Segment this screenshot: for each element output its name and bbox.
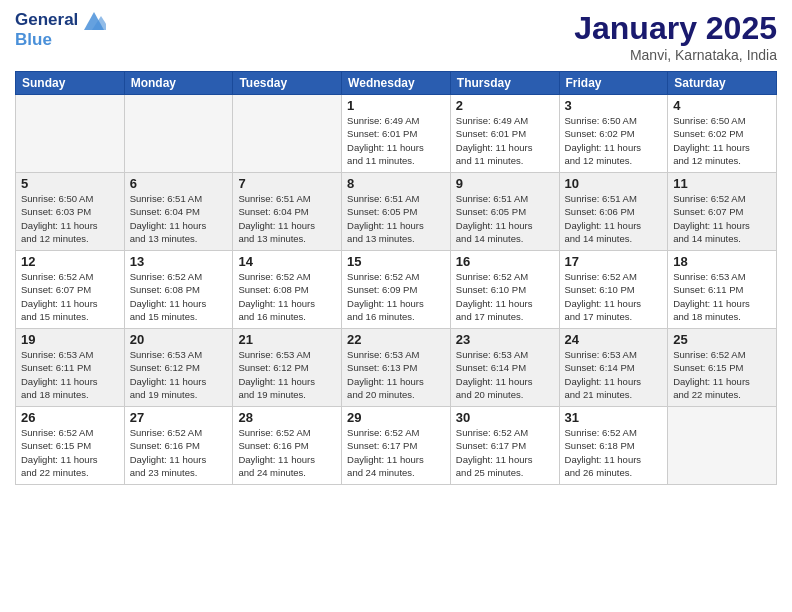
header-thursday: Thursday — [450, 72, 559, 95]
day-number: 20 — [130, 332, 228, 347]
calendar-cell: 5Sunrise: 6:50 AM Sunset: 6:03 PM Daylig… — [16, 173, 125, 251]
day-number: 17 — [565, 254, 663, 269]
calendar-cell — [124, 95, 233, 173]
day-number: 23 — [456, 332, 554, 347]
day-number: 15 — [347, 254, 445, 269]
logo-blue: Blue — [15, 30, 106, 50]
header-saturday: Saturday — [668, 72, 777, 95]
day-info: Sunrise: 6:51 AM Sunset: 6:06 PM Dayligh… — [565, 192, 663, 245]
calendar-cell: 21Sunrise: 6:53 AM Sunset: 6:12 PM Dayli… — [233, 329, 342, 407]
day-number: 2 — [456, 98, 554, 113]
calendar-cell: 19Sunrise: 6:53 AM Sunset: 6:11 PM Dayli… — [16, 329, 125, 407]
calendar-cell: 11Sunrise: 6:52 AM Sunset: 6:07 PM Dayli… — [668, 173, 777, 251]
day-number: 21 — [238, 332, 336, 347]
calendar-cell: 8Sunrise: 6:51 AM Sunset: 6:05 PM Daylig… — [342, 173, 451, 251]
calendar-cell — [16, 95, 125, 173]
calendar-title: January 2025 — [574, 10, 777, 47]
day-info: Sunrise: 6:50 AM Sunset: 6:02 PM Dayligh… — [565, 114, 663, 167]
header-monday: Monday — [124, 72, 233, 95]
calendar-cell: 25Sunrise: 6:52 AM Sunset: 6:15 PM Dayli… — [668, 329, 777, 407]
calendar-cell: 16Sunrise: 6:52 AM Sunset: 6:10 PM Dayli… — [450, 251, 559, 329]
calendar-cell: 17Sunrise: 6:52 AM Sunset: 6:10 PM Dayli… — [559, 251, 668, 329]
calendar-cell: 20Sunrise: 6:53 AM Sunset: 6:12 PM Dayli… — [124, 329, 233, 407]
logo-icon — [84, 12, 106, 30]
logo-general: General — [15, 10, 106, 30]
day-info: Sunrise: 6:52 AM Sunset: 6:15 PM Dayligh… — [21, 426, 119, 479]
header-friday: Friday — [559, 72, 668, 95]
day-info: Sunrise: 6:53 AM Sunset: 6:13 PM Dayligh… — [347, 348, 445, 401]
day-info: Sunrise: 6:49 AM Sunset: 6:01 PM Dayligh… — [456, 114, 554, 167]
logo: General Blue — [15, 10, 106, 49]
calendar-cell: 30Sunrise: 6:52 AM Sunset: 6:17 PM Dayli… — [450, 407, 559, 485]
day-number: 30 — [456, 410, 554, 425]
day-number: 26 — [21, 410, 119, 425]
day-info: Sunrise: 6:52 AM Sunset: 6:17 PM Dayligh… — [347, 426, 445, 479]
calendar-cell: 28Sunrise: 6:52 AM Sunset: 6:16 PM Dayli… — [233, 407, 342, 485]
calendar-week-3: 12Sunrise: 6:52 AM Sunset: 6:07 PM Dayli… — [16, 251, 777, 329]
day-info: Sunrise: 6:51 AM Sunset: 6:04 PM Dayligh… — [238, 192, 336, 245]
day-number: 1 — [347, 98, 445, 113]
header: General Blue January 2025 Manvi, Karnata… — [15, 10, 777, 63]
day-number: 4 — [673, 98, 771, 113]
day-info: Sunrise: 6:50 AM Sunset: 6:03 PM Dayligh… — [21, 192, 119, 245]
calendar-table: Sunday Monday Tuesday Wednesday Thursday… — [15, 71, 777, 485]
day-number: 29 — [347, 410, 445, 425]
day-info: Sunrise: 6:50 AM Sunset: 6:02 PM Dayligh… — [673, 114, 771, 167]
day-number: 19 — [21, 332, 119, 347]
calendar-cell: 24Sunrise: 6:53 AM Sunset: 6:14 PM Dayli… — [559, 329, 668, 407]
page: General Blue January 2025 Manvi, Karnata… — [0, 0, 792, 612]
day-number: 14 — [238, 254, 336, 269]
calendar-cell: 1Sunrise: 6:49 AM Sunset: 6:01 PM Daylig… — [342, 95, 451, 173]
day-info: Sunrise: 6:51 AM Sunset: 6:04 PM Dayligh… — [130, 192, 228, 245]
day-number: 24 — [565, 332, 663, 347]
day-number: 22 — [347, 332, 445, 347]
day-number: 3 — [565, 98, 663, 113]
day-number: 18 — [673, 254, 771, 269]
day-info: Sunrise: 6:52 AM Sunset: 6:10 PM Dayligh… — [456, 270, 554, 323]
calendar-cell: 14Sunrise: 6:52 AM Sunset: 6:08 PM Dayli… — [233, 251, 342, 329]
day-number: 13 — [130, 254, 228, 269]
calendar-cell: 13Sunrise: 6:52 AM Sunset: 6:08 PM Dayli… — [124, 251, 233, 329]
day-info: Sunrise: 6:53 AM Sunset: 6:11 PM Dayligh… — [673, 270, 771, 323]
day-number: 28 — [238, 410, 336, 425]
calendar-cell — [233, 95, 342, 173]
day-number: 31 — [565, 410, 663, 425]
day-info: Sunrise: 6:52 AM Sunset: 6:18 PM Dayligh… — [565, 426, 663, 479]
day-number: 27 — [130, 410, 228, 425]
header-wednesday: Wednesday — [342, 72, 451, 95]
calendar-week-5: 26Sunrise: 6:52 AM Sunset: 6:15 PM Dayli… — [16, 407, 777, 485]
day-info: Sunrise: 6:52 AM Sunset: 6:15 PM Dayligh… — [673, 348, 771, 401]
calendar-cell: 29Sunrise: 6:52 AM Sunset: 6:17 PM Dayli… — [342, 407, 451, 485]
day-number: 12 — [21, 254, 119, 269]
day-number: 10 — [565, 176, 663, 191]
day-info: Sunrise: 6:52 AM Sunset: 6:16 PM Dayligh… — [130, 426, 228, 479]
day-number: 25 — [673, 332, 771, 347]
day-info: Sunrise: 6:51 AM Sunset: 6:05 PM Dayligh… — [347, 192, 445, 245]
day-info: Sunrise: 6:51 AM Sunset: 6:05 PM Dayligh… — [456, 192, 554, 245]
day-info: Sunrise: 6:52 AM Sunset: 6:08 PM Dayligh… — [130, 270, 228, 323]
day-number: 11 — [673, 176, 771, 191]
calendar-cell: 26Sunrise: 6:52 AM Sunset: 6:15 PM Dayli… — [16, 407, 125, 485]
calendar-cell: 4Sunrise: 6:50 AM Sunset: 6:02 PM Daylig… — [668, 95, 777, 173]
calendar-cell — [668, 407, 777, 485]
day-info: Sunrise: 6:52 AM Sunset: 6:07 PM Dayligh… — [673, 192, 771, 245]
day-info: Sunrise: 6:52 AM Sunset: 6:07 PM Dayligh… — [21, 270, 119, 323]
calendar-cell: 2Sunrise: 6:49 AM Sunset: 6:01 PM Daylig… — [450, 95, 559, 173]
calendar-cell: 23Sunrise: 6:53 AM Sunset: 6:14 PM Dayli… — [450, 329, 559, 407]
day-info: Sunrise: 6:52 AM Sunset: 6:17 PM Dayligh… — [456, 426, 554, 479]
calendar-cell: 27Sunrise: 6:52 AM Sunset: 6:16 PM Dayli… — [124, 407, 233, 485]
calendar-cell: 12Sunrise: 6:52 AM Sunset: 6:07 PM Dayli… — [16, 251, 125, 329]
day-info: Sunrise: 6:52 AM Sunset: 6:09 PM Dayligh… — [347, 270, 445, 323]
calendar-cell: 9Sunrise: 6:51 AM Sunset: 6:05 PM Daylig… — [450, 173, 559, 251]
calendar-subtitle: Manvi, Karnataka, India — [574, 47, 777, 63]
header-tuesday: Tuesday — [233, 72, 342, 95]
day-info: Sunrise: 6:53 AM Sunset: 6:14 PM Dayligh… — [456, 348, 554, 401]
calendar-cell: 22Sunrise: 6:53 AM Sunset: 6:13 PM Dayli… — [342, 329, 451, 407]
weekday-header-row: Sunday Monday Tuesday Wednesday Thursday… — [16, 72, 777, 95]
calendar-cell: 18Sunrise: 6:53 AM Sunset: 6:11 PM Dayli… — [668, 251, 777, 329]
day-number: 16 — [456, 254, 554, 269]
day-info: Sunrise: 6:52 AM Sunset: 6:08 PM Dayligh… — [238, 270, 336, 323]
day-number: 8 — [347, 176, 445, 191]
title-block: January 2025 Manvi, Karnataka, India — [574, 10, 777, 63]
calendar-cell: 10Sunrise: 6:51 AM Sunset: 6:06 PM Dayli… — [559, 173, 668, 251]
